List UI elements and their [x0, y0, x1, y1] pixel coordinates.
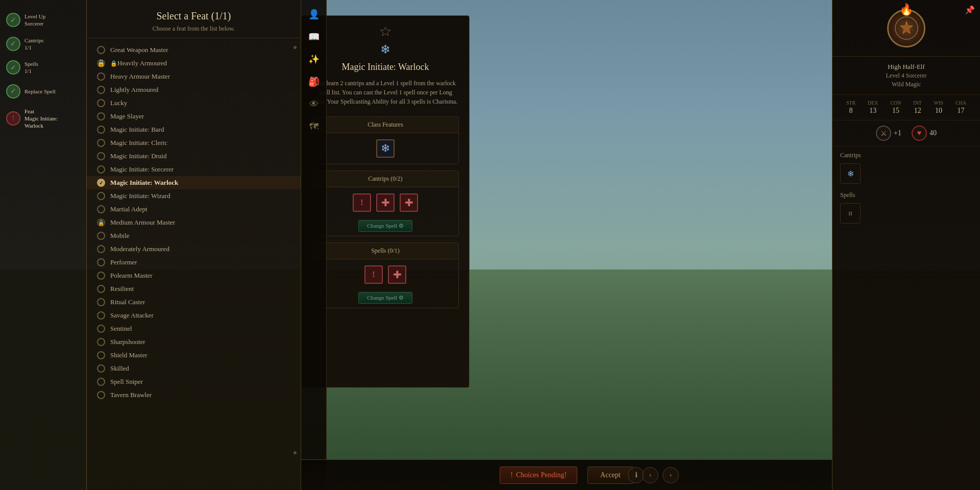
nav-icon-eye[interactable]: 👁 — [305, 95, 323, 113]
nav-next-button[interactable]: › — [663, 467, 679, 483]
stat-int: INT 12 — [913, 100, 922, 115]
choices-pending-button[interactable]: ! Choices Pending! — [500, 467, 577, 484]
feat-item-ritual-caster[interactable]: Ritual Caster — [87, 296, 301, 309]
feat-item-performer[interactable]: Performer — [87, 256, 301, 269]
level-up-label: Level UpSorcerer — [24, 13, 45, 28]
feat-item-mi-wizard[interactable]: Magic Initiate: Wizard — [87, 189, 301, 203]
feat-name-mi-wizard: Magic Initiate: Wizard — [110, 192, 170, 200]
feat-radio-savage — [97, 311, 105, 320]
feat-radio-ha: 🔒 — [97, 59, 105, 67]
feat-item-savage-attacker[interactable]: Savage Attacker — [87, 309, 301, 322]
feat-list-panel: Select a Feat (1/1) Choose a feat from t… — [87, 0, 301, 490]
stat-dex: DEX 13 — [868, 100, 878, 115]
feat-item-mi-druid[interactable]: Magic Initiate: Druid — [87, 150, 301, 163]
feat-name-ha: 🔒 — [110, 60, 117, 67]
spell-error-icon: ! — [364, 265, 383, 284]
stat-str: STR 8 — [846, 100, 855, 115]
feat-name-heavily-armoured: Heavily Armoured — [117, 59, 167, 67]
sidebar-item-replace-spell[interactable]: ✓ Replace Spell — [0, 80, 86, 103]
feat-radio-polearm — [97, 272, 105, 280]
feat-radio-skilled — [97, 364, 105, 373]
feat-name-savage: Savage Attacker — [110, 311, 154, 320]
pin-button[interactable]: 📌 — [965, 5, 975, 15]
nav-icon-map[interactable]: 🗺 — [305, 117, 323, 136]
nav-prev-button[interactable]: ‹ — [642, 467, 658, 483]
feat-radio-sentinel — [97, 325, 105, 333]
feat-radio-la — [97, 86, 105, 94]
left-sidebar: ✓ Level UpSorcerer ✓ Cantrips1/1 ✓ Spell… — [0, 0, 87, 490]
svg-point-1 — [902, 24, 911, 32]
feat-item-moderately-armoured[interactable]: Moderately Armoured — [87, 242, 301, 256]
spells-section-title: Spells (0/1) — [312, 243, 458, 259]
class-feature-icon: ❄ — [376, 139, 395, 158]
hp-bar: ♥ 40 — [912, 126, 937, 141]
detail-top-icon — [312, 26, 459, 38]
feat-item-skilled[interactable]: Skilled — [87, 362, 301, 375]
level-up-icon: ✓ — [6, 13, 20, 27]
nav-icon-items[interactable]: 🎒 — [305, 72, 323, 91]
feat-item-medium-armour-master[interactable]: 🔒 Medium Armour Master — [87, 216, 301, 229]
feat-radio-sharp — [97, 338, 105, 346]
cantrips-section-heading: Cantrips — [840, 152, 972, 159]
feat-item-great-weapon-master[interactable]: Great Weapon Master — [87, 43, 301, 57]
feat-item-tavern-brawler[interactable]: Tavern Brawler — [87, 388, 301, 402]
class-features-content: ❄ — [312, 133, 458, 164]
feat-name-polearm: Polearm Master — [110, 272, 153, 280]
feat-item-lucky[interactable]: Lucky — [87, 96, 301, 110]
feat-radio-mi-wizard — [97, 192, 105, 200]
bottom-right-nav: ‹ › — [642, 467, 679, 483]
replace-spell-label: Replace Spell — [24, 88, 56, 95]
char-bars: ⚔ +1 ♥ 40 — [832, 120, 980, 146]
change-spell-button[interactable]: Change Spell ⚙ — [358, 292, 412, 304]
nav-icon-magic[interactable]: ✨ — [305, 50, 323, 68]
feat-item-martial-adept[interactable]: Martial Adept — [87, 203, 301, 216]
spells-section: Spells (0/1) ! ✚ Change Spell ⚙ — [312, 242, 459, 308]
feat-radio-ms — [97, 112, 105, 120]
sidebar-item-spells[interactable]: ✓ Spells1/1 — [0, 56, 86, 79]
sidebar-item-feat[interactable]: ! FeatMagic Initiate:Warlock — [0, 104, 86, 134]
feat-name-mi-sorcerer: Magic Initiate: Sorcerer — [110, 165, 174, 174]
sidebar-item-cantrips[interactable]: ✓ Cantrips1/1 — [0, 33, 86, 56]
feat-item-mi-sorcerer[interactable]: Magic Initiate: Sorcerer — [87, 163, 301, 176]
feat-name-mi-cleric: Magic Initiate: Cleric — [110, 139, 167, 147]
feat-item-heavily-armoured[interactable]: 🔒 🔒 Heavily Armoured — [87, 57, 301, 70]
feat-item-mage-slayer[interactable]: Mage Slayer — [87, 110, 301, 123]
spells-label: Spells1/1 — [24, 60, 38, 75]
feat-item-mi-warlock[interactable]: ✓ Magic Initiate: Warlock — [87, 176, 301, 189]
feat-name-la: Lightly Armoured — [110, 86, 158, 94]
cantrip-add-icon-2[interactable]: ✚ — [400, 193, 418, 212]
feat-list-scroll[interactable]: Great Weapon Master 🔒 🔒 Heavily Armoured… — [87, 38, 301, 487]
feat-radio-mi-cleric — [97, 139, 105, 147]
feat-item-mobile[interactable]: Mobile — [87, 229, 301, 242]
spell-add-icon[interactable]: ✚ — [388, 265, 406, 284]
cantrips-label: Cantrips1/1 — [24, 37, 43, 52]
feat-item-polearm-master[interactable]: Polearm Master — [87, 269, 301, 282]
cantrips-icon: ✓ — [6, 37, 20, 51]
feat-radio-lucky — [97, 99, 105, 107]
accept-button[interactable]: Accept — [587, 467, 633, 484]
feat-item-sentinel[interactable]: Sentinel — [87, 322, 301, 335]
stat-dex-label: DEX — [868, 100, 878, 106]
feat-item-sharpshooter[interactable]: Sharpshooter — [87, 335, 301, 349]
feat-item-mi-bard[interactable]: Magic Initiate: Bard — [87, 123, 301, 136]
feat-radio-spell-sniper — [97, 378, 105, 386]
nav-icon-person[interactable]: 👤 — [305, 5, 323, 23]
stat-wis-value: 10 — [934, 107, 943, 115]
feat-item-heavy-armour-master[interactable]: Heavy Armour Master — [87, 70, 301, 83]
error-icon: ! — [510, 471, 513, 479]
feat-item-mi-cleric[interactable]: Magic Initiate: Cleric — [87, 136, 301, 150]
change-cantrip-spell-button[interactable]: Change Spell ⚙ — [358, 220, 412, 232]
feat-name-skilled: Skilled — [110, 364, 129, 373]
class-features-title: Class Features — [312, 117, 458, 133]
feat-item-spell-sniper[interactable]: Spell Sniper — [87, 375, 301, 388]
feat-item-lightly-armoured[interactable]: Lightly Armoured — [87, 83, 301, 96]
feat-item-resilient[interactable]: Resilient — [87, 282, 301, 296]
feat-item-shield-master[interactable]: Shield Master — [87, 349, 301, 362]
proficiency-bar: ⚔ +1 — [876, 126, 901, 141]
nav-icon-journal[interactable]: 📖 — [305, 28, 323, 46]
cantrip-add-icon-1[interactable]: ✚ — [376, 193, 395, 212]
feat-radio-tavern — [97, 391, 105, 399]
feat-name-sharp: Sharpshooter — [110, 338, 145, 346]
feat-radio-mi-warlock: ✓ — [97, 179, 105, 187]
sidebar-item-level-up[interactable]: ✓ Level UpSorcerer — [0, 9, 86, 32]
